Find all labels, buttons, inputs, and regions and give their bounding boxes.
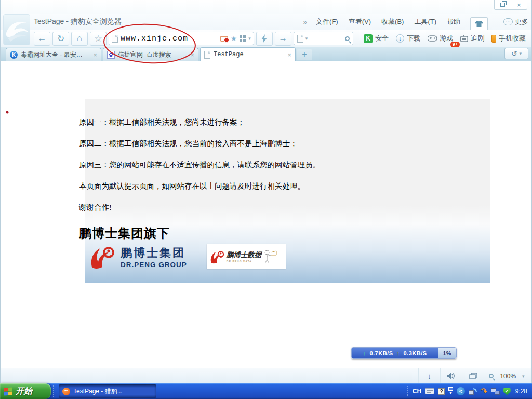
task-button-browser[interactable]: TestPage - 猎豹... <box>59 384 156 398</box>
close-button[interactable]: × <box>511 0 527 10</box>
tab-bar: K 毒霸网址大全 - 最安… × 信捷官网_百度搜索 × <box>1 47 531 61</box>
refresh-button[interactable]: ↻ <box>52 32 69 46</box>
menu-view[interactable]: 查看(V) <box>344 16 376 28</box>
security-button[interactable]: K 安全 <box>361 34 391 43</box>
tray-app-icon[interactable]: ↷ <box>479 385 488 396</box>
window-glyph-icon <box>448 387 453 391</box>
task-button-label: TestPage - 猎豹... <box>73 387 123 396</box>
phone-icon <box>491 35 496 43</box>
new-tab-button[interactable]: + <box>297 49 312 60</box>
security-shield-icon[interactable]: ✓ <box>503 388 511 395</box>
statusbar-download-button[interactable]: ↓ <box>418 368 440 383</box>
ime-help-icon[interactable]: ? <box>438 388 445 395</box>
desktop: × TestPage - 猎豹安全浏览器 » 文件(F) 查看(V) 收藏(B)… <box>0 0 532 399</box>
tab-baidu-search[interactable]: 信捷官网_百度搜索 × <box>103 48 198 61</box>
chevron-down-icon[interactable]: ▾ <box>248 36 251 41</box>
add-favorite-icon[interactable]: ★ <box>231 35 237 42</box>
drpeng-group-logo: 鹏博士集团 DR.PENG GROUP <box>89 244 187 269</box>
reason-line-3: 原因三：您的网站可能存在不适宜传播的信息，请联系您的网站管理员。 <box>79 160 480 170</box>
statusbar-windows-button[interactable] <box>462 368 484 383</box>
speed-readout: ↓ 0.7KB/S ↑ 0.3KB/S <box>352 348 438 358</box>
start-button[interactable]: 开始 <box>0 383 51 399</box>
lightning-button[interactable] <box>256 32 273 46</box>
local-network-icon[interactable] <box>491 388 500 395</box>
mobile-fav-button[interactable]: 手机收藏 <box>489 34 528 43</box>
menu-file[interactable]: 文件(F) <box>311 16 343 28</box>
drama-button[interactable]: 追剧 <box>458 34 487 43</box>
tab-testpage-active[interactable]: TestPage × <box>200 47 296 61</box>
search-engine-caret-icon[interactable]: ▾ <box>305 36 308 41</box>
tv-icon <box>460 35 468 42</box>
tray-expand-icon[interactable]: < <box>457 387 465 395</box>
drpeng-data-en: DR.PENG DATA <box>227 260 262 263</box>
zoom-icon <box>489 374 494 378</box>
url-text[interactable]: www.xinje.com <box>121 34 218 43</box>
speed-percent: 1% <box>438 348 456 358</box>
skin-button[interactable] <box>470 17 488 30</box>
toolbar-divider <box>357 33 357 44</box>
mascot-doodle-icon <box>263 249 277 264</box>
baidu-paw-favicon <box>107 51 115 59</box>
keyboard-icon[interactable] <box>425 388 434 394</box>
cascade-windows-icon <box>469 373 477 379</box>
undo-icon: ↺ <box>511 49 517 58</box>
drpeng-mark-icon <box>89 244 116 269</box>
more-label: 更多 <box>515 17 528 26</box>
back-button[interactable]: ← <box>34 32 50 46</box>
forward-button[interactable]: → <box>275 32 291 46</box>
system-tray: CH ? ▾ < ↷ ✓ 9:28 <box>401 383 532 399</box>
menu-tools[interactable]: 工具(T) <box>409 16 441 28</box>
favorites-button[interactable]: ☆ <box>90 32 107 46</box>
notice-panel: 原因一：根据工信部相关法规，您尚未进行备案； 原因二：根据工信部相关法规，您当前… <box>85 99 490 283</box>
speaker-icon <box>447 373 456 379</box>
drpeng-data-text: 鹏博士数据 DR.PENG DATA <box>227 250 262 263</box>
browser-logo[interactable] <box>3 14 30 45</box>
tab-close-icon[interactable]: × <box>93 51 97 58</box>
duba-favicon: K <box>10 51 18 59</box>
wireless-network-icon[interactable] <box>469 388 477 395</box>
adblock-icon[interactable] <box>220 36 228 42</box>
games-button[interactable]: 游戏 9+ <box>425 34 456 43</box>
tab-dubai-sites[interactable]: K 毒霸网址大全 - 最安… × <box>6 48 101 61</box>
reason-line-2: 原因二：根据工信部相关法规，您当前的接入商不是上海鹏博士； <box>79 139 480 149</box>
reopen-closed-tab-button[interactable]: ↺ ▾ <box>504 48 528 59</box>
qr-code-icon[interactable] <box>240 35 246 42</box>
menu-help[interactable]: 帮助 <box>442 16 465 28</box>
security-label: 安全 <box>375 34 389 43</box>
speed-widget[interactable]: ↓ 0.7KB/S ↑ 0.3KB/S 1% <box>351 347 457 359</box>
restore-icon <box>500 3 505 7</box>
address-bar[interactable]: www.xinje.com ★ ▾ <box>109 32 254 45</box>
download-icon: ↓ <box>396 34 404 43</box>
tab-close-icon[interactable]: × <box>190 51 194 58</box>
drpeng-data-mark-icon <box>209 248 225 265</box>
minimize-button[interactable]: — <box>490 18 502 25</box>
statusbar-mute-button[interactable] <box>440 368 462 383</box>
close-icon: × <box>517 1 521 9</box>
drpeng-group-cn: 鹏博士集团 <box>121 245 187 261</box>
download-arrow-icon: ↓ <box>363 350 366 356</box>
menu-favorites[interactable]: 收藏(B) <box>377 16 408 28</box>
logos-row: 鹏博士集团 DR.PENG GROUP 鹏博士数据 <box>89 244 286 269</box>
browser-window: × TestPage - 猎豹安全浏览器 » 文件(F) 查看(V) 收藏(B)… <box>0 0 532 383</box>
search-box[interactable]: ▾ <box>294 32 353 45</box>
title-menu-row: TestPage - 猎豹安全浏览器 » 文件(F) 查看(V) 收藏(B) 工… <box>1 14 531 30</box>
tab-title: 毒霸网址大全 - 最安… <box>21 50 90 59</box>
collapse-menu-icon[interactable]: » <box>303 18 307 26</box>
reason-line-1: 原因一：根据工信部相关法规，您尚未进行备案； <box>79 117 480 127</box>
cheetah-task-icon <box>62 388 70 395</box>
drpeng-data-logo: 鹏博士数据 DR.PENG DATA <box>207 244 286 269</box>
home-button[interactable]: ⌂ <box>71 32 88 46</box>
tray-clock[interactable]: 9:28 <box>515 388 527 395</box>
refresh-icon: ↻ <box>57 33 64 44</box>
window-controls: × <box>494 0 527 10</box>
hide-icons-button[interactable]: ▾ <box>448 387 453 395</box>
drpeng-group-text: 鹏博士集团 DR.PENG GROUP <box>121 245 187 269</box>
tab-close-icon[interactable]: × <box>287 51 291 58</box>
download-button[interactable]: ↓ 下载 <box>393 34 423 43</box>
ime-indicator[interactable]: CH <box>413 388 421 395</box>
restore-button[interactable] <box>494 0 511 10</box>
search-icon[interactable] <box>345 36 350 41</box>
back-icon: ← <box>38 33 47 44</box>
statusbar-zoom-control[interactable]: 100% ▾ <box>484 368 529 383</box>
more-button[interactable]: … 更多 <box>503 17 528 26</box>
